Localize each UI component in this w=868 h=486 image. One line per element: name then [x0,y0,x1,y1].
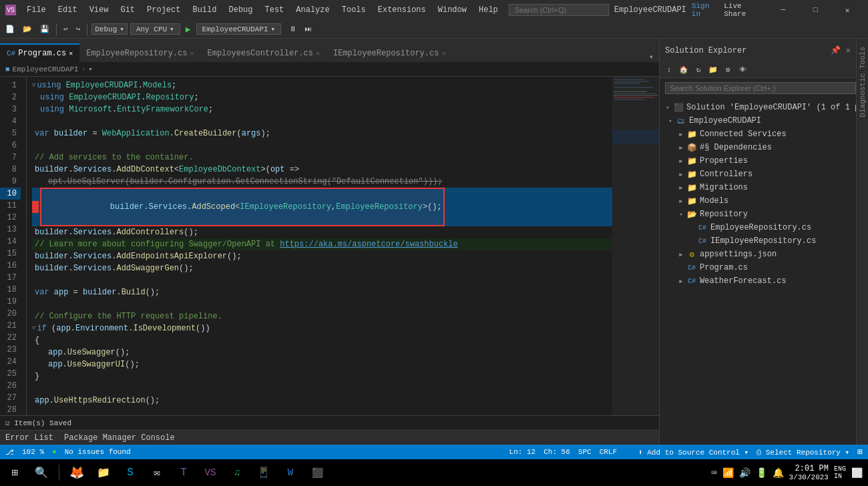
taskbar-clock[interactable]: 2:01 PM 3/30/2023 [789,464,829,481]
code-content[interactable]: ▽using EmployeeCRUDAPI.Models; using Emp… [27,77,612,415]
taskbar-battery[interactable]: 🔋 [756,467,767,479]
project-dropdown[interactable]: EmployeeCRUDAPI ▾ [196,23,282,35]
dependencies-expand[interactable]: ▶ [676,144,686,152]
weatherforecast-expand[interactable]: ▶ [676,278,686,285]
tree-solution-root[interactable]: ▾ ⬛ Solution 'EmployeeCRUDAPI' (1 of 1 p… [660,101,856,114]
close-button[interactable]: ✕ [832,0,863,20]
taskbar-lang[interactable]: ENGIN [834,465,846,480]
tab-close-employee-repo[interactable]: ✕ [190,49,194,57]
panel-tb-collapse[interactable]: 📁 [706,63,720,77]
tree-migrations[interactable]: ▶ 📁 Migrations [660,181,856,194]
panel-tb-props[interactable]: ⚙ [721,63,734,77]
tree-repository[interactable]: ▾ 📂 Repository [660,208,856,221]
tree-employee-repo-file[interactable]: C# EmployeeRepository.cs [660,221,856,234]
menu-analyze[interactable]: Analyze [290,4,335,16]
tab-program-cs[interactable]: C# Program.cs ✕ [0,43,79,62]
repository-expand[interactable]: ▾ [676,211,686,218]
menu-test[interactable]: Test [260,4,290,16]
taskbar-notifications[interactable]: 🔔 [773,467,784,479]
solution-search-input[interactable] [665,82,856,94]
taskbar-volume[interactable]: 🔊 [739,467,750,479]
tab-overflow[interactable]: ▾ [644,52,659,62]
toolbar-new[interactable]: 📄 [3,23,17,35]
taskbar-network[interactable]: 📶 [722,467,734,479]
tab-close-iemployee-repo[interactable]: ✕ [441,49,445,57]
toolbar-save[interactable]: 💾 [37,23,52,35]
models-expand[interactable]: ▶ [676,198,686,205]
panel-tb-refresh[interactable]: ↻ [692,63,705,77]
tab-iemployee-repo[interactable]: IEmployeeRepository.cs ✕ [327,43,452,62]
tree-connected-services[interactable]: ▶ 📁 Connected Services [660,128,856,141]
project-expand[interactable]: ▾ [665,117,676,125]
tree-project[interactable]: ▾ 🗂 EmployeeCRUDAPI [660,114,856,128]
menu-help[interactable]: Help [473,4,503,16]
toolbar-undo[interactable]: ↩ [61,23,71,35]
panel-tb-home[interactable]: 🏠 [677,63,690,77]
taskbar-firefox[interactable]: 🦊 [65,461,89,485]
tab-close-employees-controller[interactable]: ✕ [316,49,320,57]
status-zoom[interactable]: 102 % [22,448,44,456]
menu-build[interactable]: Build [187,4,222,16]
taskbar-mail[interactable]: ✉ [145,461,169,485]
menu-project[interactable]: Project [142,4,186,16]
connected-services-expand[interactable]: ▶ [676,131,686,138]
tree-iemployee-repo-file[interactable]: C# IEmployeeRepository.cs [660,234,856,248]
menu-window[interactable]: Window [433,4,472,16]
menu-git[interactable]: Git [115,4,140,16]
menu-extensions[interactable]: Extensions [373,4,431,16]
taskbar-teams[interactable]: T [172,461,196,485]
panel-tb-sync[interactable]: ↕ [662,63,676,77]
source-control-button[interactable]: ⬆ Add to Source Control ▾ [638,448,748,457]
breadcrumb-dropdown[interactable]: ▾ [88,65,93,73]
select-repo-button[interactable]: ⎙ Select Repository ▾ [756,448,849,457]
live-share-button[interactable]: Live Share [724,2,763,18]
tree-controllers[interactable]: ▶ 📁 Controllers [660,168,856,181]
taskbar-search[interactable]: 🔍 [29,461,53,485]
cpu-dropdown[interactable]: Any CPU ▾ [130,23,180,35]
tree-dependencies[interactable]: ▶ 📦 #§ Dependencies [660,141,856,154]
run-button[interactable]: ▶ [183,24,194,35]
menu-view[interactable]: View [84,4,114,16]
controllers-expand[interactable]: ▶ [676,171,686,178]
tab-employee-repo[interactable]: EmployeeRepository.cs ✕ [79,43,200,62]
maximize-button[interactable]: □ [800,0,831,20]
status-no-issues[interactable]: No issues found [65,448,131,456]
appsettings-expand[interactable]: ▶ [676,251,686,258]
toolbar-redo[interactable]: ↪ [73,23,83,35]
toolbar-debug-play[interactable]: ⏸ [286,23,299,35]
solution-expand[interactable]: ▾ [662,104,673,111]
taskbar-keyboard[interactable]: ⌨ [711,467,716,479]
migrations-expand[interactable]: ▶ [676,184,686,192]
toolbar-open[interactable]: 📂 [20,23,35,35]
taskbar-spotify[interactable]: ♫ [225,461,249,485]
error-list-tab[interactable]: Error List [0,432,59,444]
tab-employees-controller[interactable]: EmployeesController.cs ✕ [201,43,327,62]
minimize-button[interactable]: ─ [768,0,799,20]
tree-program-cs[interactable]: C# Program.cs [660,261,856,274]
global-search-input[interactable] [509,4,609,16]
taskbar-phone[interactable]: 📱 [252,461,276,485]
sign-in-button[interactable]: Sign in [692,2,718,18]
panel-tb-preview[interactable]: 👁 [736,63,749,77]
package-manager-tab[interactable]: Package Manager Console [59,432,180,444]
tab-close-program[interactable]: ✕ [69,49,73,57]
panel-close-icon[interactable]: ✕ [846,45,851,55]
taskbar-start[interactable]: ⊞ [3,461,27,485]
toolbar-step[interactable]: ⏭ [302,23,314,35]
tree-weatherforecast[interactable]: ▶ C# WeatherForecast.cs [660,274,856,288]
panel-pin-icon[interactable]: 📌 [831,45,841,55]
properties-expand[interactable]: ▶ [676,158,686,165]
taskbar-word[interactable]: W [278,461,302,485]
menu-debug[interactable]: Debug [223,4,258,16]
tree-appsettings[interactable]: ▶ ⚙ appsettings.json [660,248,856,261]
tree-models[interactable]: ▶ 📁 Models [660,194,856,208]
taskbar-terminal[interactable]: ⬛ [305,461,329,485]
taskbar-explorer[interactable]: 📁 [91,461,116,485]
menu-file[interactable]: File [21,4,51,16]
menu-edit[interactable]: Edit [53,4,83,16]
menu-tools[interactable]: Tools [337,4,371,16]
taskbar-skype[interactable]: S [118,461,142,485]
taskbar-vs[interactable]: VS [198,461,222,485]
diagnostics-label[interactable]: Diagnostic Tools [859,47,867,117]
debug-config-dropdown[interactable]: Debug ▾ [91,23,128,35]
